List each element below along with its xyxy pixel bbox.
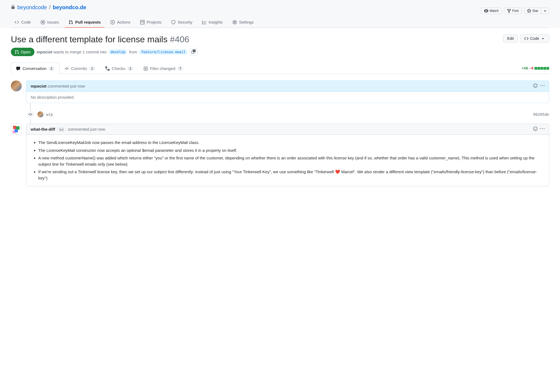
pr-icon bbox=[69, 20, 73, 24]
list-item: The LicenseKeyMail constructor now accep… bbox=[38, 147, 545, 154]
code-icon bbox=[524, 36, 529, 41]
commit-icon bbox=[65, 66, 69, 71]
comment-author[interactable]: mpociot bbox=[31, 84, 46, 88]
commit-sha[interactable]: 90205de bbox=[533, 112, 549, 117]
comment-body: No description provided. bbox=[31, 95, 75, 99]
list-item: If we're sending out a Tinkerwell licens… bbox=[38, 169, 545, 181]
pr-number: #406 bbox=[170, 34, 189, 44]
commit-message[interactable]: wip bbox=[46, 112, 53, 117]
comment-box: mpociot commented just now No descriptio… bbox=[26, 81, 549, 103]
nav-insights[interactable]: Insights bbox=[198, 17, 227, 28]
repo-nav: CodeIssuesPull requestsActionsProjectsSe… bbox=[11, 17, 549, 28]
watch-button[interactable]: Watch bbox=[481, 8, 502, 14]
nav-issues[interactable]: Issues bbox=[37, 17, 63, 28]
pr-title: Use a different template for license mai… bbox=[11, 34, 189, 44]
play-icon bbox=[110, 20, 115, 24]
copy-icon bbox=[191, 49, 196, 54]
diff-icon bbox=[144, 66, 148, 71]
lock-icon bbox=[11, 4, 15, 11]
comment-author[interactable]: what-the-diff bbox=[31, 127, 55, 131]
star-icon bbox=[527, 9, 531, 13]
eye-icon bbox=[484, 9, 488, 13]
avatar[interactable] bbox=[37, 111, 43, 117]
tab-files-changed[interactable]: Files changed7 bbox=[138, 63, 188, 74]
kebab-icon bbox=[540, 83, 545, 88]
copy-branch-button[interactable] bbox=[189, 48, 198, 56]
bot-logo-icon bbox=[13, 126, 20, 132]
edit-button[interactable]: Edit bbox=[503, 34, 518, 43]
nav-settings[interactable]: Settings bbox=[229, 17, 257, 28]
star-dropdown[interactable] bbox=[541, 8, 549, 14]
add-reaction-button[interactable] bbox=[533, 127, 537, 132]
fork-icon bbox=[507, 9, 511, 13]
tab-commits[interactable]: Commits1 bbox=[59, 63, 100, 74]
pr-author[interactable]: mpociot bbox=[37, 50, 52, 54]
comment-icon bbox=[16, 66, 20, 71]
nav-security[interactable]: Security bbox=[167, 17, 196, 28]
avatar[interactable] bbox=[11, 81, 22, 91]
owner-link[interactable]: beyondcode bbox=[17, 4, 47, 11]
list-item: The SendLicenseKeyMailJob now passes the… bbox=[38, 140, 545, 146]
caret-down-icon bbox=[543, 9, 547, 13]
nav-pull-requests[interactable]: Pull requests bbox=[65, 17, 104, 28]
project-icon bbox=[140, 20, 145, 24]
comment-menu-button[interactable] bbox=[540, 127, 545, 132]
nav-projects[interactable]: Projects bbox=[136, 17, 165, 28]
caret-down-icon bbox=[541, 36, 545, 41]
pr-state-badge: Open bbox=[11, 48, 34, 56]
pr-icon bbox=[15, 50, 19, 54]
star-button[interactable]: Star bbox=[524, 8, 541, 14]
check-icon bbox=[105, 66, 110, 71]
base-branch[interactable]: develop bbox=[109, 49, 127, 54]
diffstat: +56 −0 bbox=[522, 66, 549, 70]
graph-icon bbox=[202, 20, 206, 24]
list-item: A new method customerName() was added wh… bbox=[38, 155, 545, 167]
smile-icon bbox=[533, 127, 537, 131]
commit-icon bbox=[28, 112, 33, 117]
fork-button[interactable]: Fork bbox=[504, 8, 522, 14]
nav-actions[interactable]: Actions bbox=[107, 17, 134, 28]
issue-icon bbox=[41, 20, 45, 24]
code-icon bbox=[15, 20, 19, 24]
tab-conversation[interactable]: Conversation2 bbox=[11, 63, 59, 74]
pr-tabs: Conversation2Commits1Checks1Files change… bbox=[11, 63, 188, 74]
bot-badge: bot bbox=[57, 127, 66, 132]
comment-menu-button[interactable] bbox=[540, 83, 545, 89]
head-branch[interactable]: feature/license-email bbox=[139, 49, 187, 54]
code-dropdown-button[interactable]: Code bbox=[520, 34, 549, 43]
gear-icon bbox=[233, 20, 237, 24]
smile-icon bbox=[533, 83, 537, 88]
nav-code[interactable]: Code bbox=[11, 17, 35, 28]
tab-checks[interactable]: Checks1 bbox=[100, 63, 138, 74]
repo-link[interactable]: beyondco.de bbox=[53, 4, 86, 11]
breadcrumb: beyondcode / beyondco.de bbox=[11, 4, 86, 11]
comment-body: The SendLicenseKeyMailJob now passes the… bbox=[31, 140, 545, 181]
add-reaction-button[interactable] bbox=[533, 83, 537, 89]
timeline-commit: wip 90205de bbox=[26, 107, 549, 124]
kebab-icon bbox=[540, 127, 545, 131]
shield-icon bbox=[171, 20, 176, 24]
comment-box: what-the-diff bot commented just now The… bbox=[26, 124, 549, 186]
avatar[interactable] bbox=[11, 124, 22, 134]
